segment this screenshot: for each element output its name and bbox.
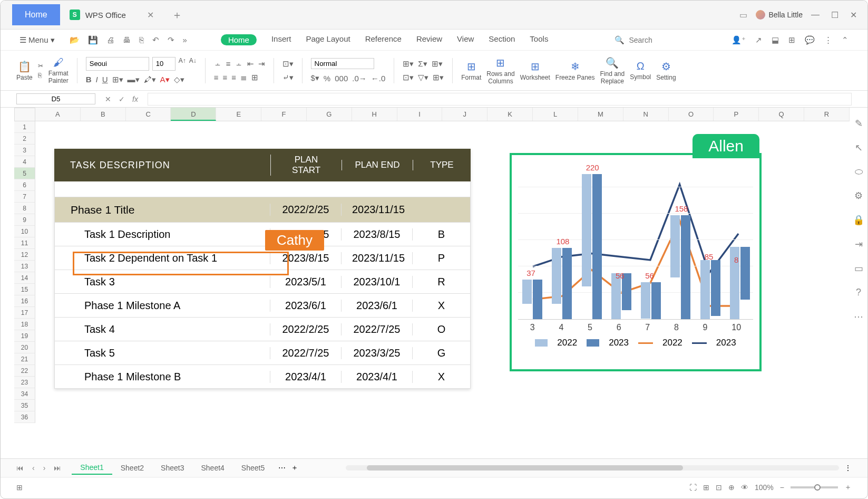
- setting-button[interactable]: ⚙Setting: [656, 60, 676, 81]
- horizontal-scrollbar[interactable]: [346, 465, 839, 471]
- new-tab-button[interactable]: ＋: [172, 8, 182, 22]
- view-full-icon[interactable]: ⛶: [689, 483, 697, 492]
- format-painter-button[interactable]: 🖌 Farmat Painter: [48, 56, 69, 84]
- align-left-icon[interactable]: ≡: [214, 73, 219, 82]
- increase-font-icon[interactable]: A↑: [179, 57, 186, 71]
- more-quick-icon[interactable]: »: [183, 35, 187, 45]
- autosum-icon[interactable]: Σ▾: [418, 59, 427, 69]
- scroll-options-icon[interactable]: ⋮: [844, 464, 852, 472]
- add-sheet-icon[interactable]: ＋: [291, 463, 298, 473]
- view-page-icon[interactable]: ⊡: [716, 483, 722, 492]
- align-right-icon[interactable]: ≡: [231, 73, 236, 82]
- column-headers[interactable]: ABCDEFGHIJKLMNOPQR: [35, 108, 850, 121]
- first-sheet-icon[interactable]: ⏮: [16, 464, 24, 472]
- minimize-icon[interactable]: —: [811, 10, 820, 20]
- increase-indent-icon[interactable]: ⇥: [258, 59, 265, 69]
- table-row[interactable]: Phase 1 Milestone A2023/6/12023/6/1X: [54, 294, 471, 318]
- cancel-formula-icon[interactable]: ✕: [105, 95, 111, 103]
- table-row[interactable]: Task 1 Description2023/2/152023/8/15B: [54, 223, 471, 246]
- prev-sheet-icon[interactable]: ‹: [32, 464, 35, 472]
- zoom-in-icon[interactable]: ＋: [844, 483, 852, 492]
- hamburger-menu[interactable]: ☰ Menu ▾: [19, 35, 55, 45]
- cells-area[interactable]: TASK DESCRIPTION PLAN START PLAN END TYP…: [35, 121, 850, 424]
- view-reading-icon[interactable]: ⊕: [728, 483, 735, 492]
- format-button[interactable]: ⊞Format: [461, 60, 481, 81]
- freeze-panes-button[interactable]: ❄Freeze Panes: [555, 60, 595, 81]
- decrease-decimal-icon[interactable]: ←.0: [371, 74, 386, 83]
- cell-style-icon[interactable]: ⊡▾: [403, 73, 414, 82]
- tab-page-layout[interactable]: Page Layout: [306, 34, 350, 45]
- conditional-icon[interactable]: ⊞▾: [433, 73, 444, 82]
- table-style-icon[interactable]: ⊞▾: [403, 59, 414, 69]
- document-tab[interactable]: S WPS Office ✕: [62, 4, 161, 25]
- close-tab-icon[interactable]: ✕: [147, 10, 154, 20]
- paste-button[interactable]: 📋 Paste: [16, 60, 33, 81]
- lock-icon[interactable]: 🔒: [853, 214, 864, 226]
- number-format-select[interactable]: [311, 58, 374, 69]
- merge-icon[interactable]: ⊡▾: [282, 59, 294, 69]
- sheet-tab-1[interactable]: Sheet1: [72, 461, 112, 475]
- export-icon[interactable]: ⎘: [139, 35, 144, 45]
- currency-icon[interactable]: $▾: [311, 73, 319, 83]
- shape-icon[interactable]: ⬭: [855, 166, 863, 177]
- zoom-level[interactable]: 100%: [755, 483, 774, 492]
- distribute-icon[interactable]: ⊞: [251, 73, 258, 82]
- justify-icon[interactable]: ≣: [240, 73, 247, 82]
- select-all-corner[interactable]: [14, 108, 35, 121]
- app-menu-icon[interactable]: ⊞: [16, 483, 23, 492]
- next-sheet-icon[interactable]: ›: [43, 464, 46, 472]
- comma-icon[interactable]: 000: [335, 74, 348, 83]
- embedded-chart[interactable]: Allen 371082205656158858 345678910 2022 …: [510, 153, 762, 371]
- cloud-icon[interactable]: ⬓: [772, 35, 779, 45]
- print-preview-icon[interactable]: 🖨: [106, 35, 114, 45]
- font-name-select[interactable]: [86, 57, 149, 71]
- open-icon[interactable]: 📂: [70, 35, 80, 45]
- collapse-ribbon-icon[interactable]: ⌃: [842, 35, 849, 45]
- spreadsheet-grid[interactable]: ABCDEFGHIJKLMNOPQR 123456789101112131415…: [1, 108, 867, 424]
- more-icon[interactable]: ⋯: [854, 311, 863, 322]
- filter-icon[interactable]: ▽▾: [418, 73, 428, 82]
- border-icon[interactable]: ⊞▾: [112, 75, 123, 84]
- increase-decimal-icon[interactable]: .0→: [352, 74, 367, 83]
- align-center-icon[interactable]: ≡: [223, 73, 228, 82]
- notifications-icon[interactable]: ⊞: [788, 35, 795, 45]
- cell-reference-input[interactable]: [16, 93, 95, 104]
- percent-icon[interactable]: %: [324, 74, 330, 83]
- formula-input[interactable]: [148, 93, 852, 105]
- font-color-icon[interactable]: A▾: [160, 75, 170, 84]
- font-size-select[interactable]: [152, 57, 175, 71]
- decrease-font-icon[interactable]: A↓: [189, 57, 197, 71]
- copy-icon[interactable]: ⎘: [38, 72, 43, 79]
- cursor-icon[interactable]: ↖: [855, 142, 863, 153]
- fx-icon[interactable]: fx: [132, 95, 138, 103]
- highlight-icon[interactable]: 🖍▾: [144, 75, 156, 84]
- tab-section[interactable]: Section: [489, 34, 515, 45]
- zoom-out-icon[interactable]: −: [780, 483, 784, 492]
- tab-reference[interactable]: Reference: [365, 34, 402, 45]
- last-sheet-icon[interactable]: ⏭: [54, 464, 61, 472]
- tab-insert[interactable]: Insert: [271, 34, 291, 45]
- layout-icon[interactable]: ▭: [739, 10, 747, 20]
- table-row[interactable]: Task 32023/5/12023/10/1R: [54, 270, 471, 294]
- table-row[interactable]: Task 2 Dependent on Task 12023/8/152023/…: [54, 246, 471, 270]
- undo-icon[interactable]: ↶: [152, 35, 159, 45]
- chat-icon[interactable]: 💬: [805, 35, 815, 45]
- row-headers[interactable]: 1234567891011121314151617181920212223343…: [14, 121, 35, 423]
- sheet-list-icon[interactable]: ⋯: [278, 464, 286, 472]
- sheet-tab-3[interactable]: Sheet3: [152, 462, 192, 474]
- panel-icon[interactable]: ▭: [854, 263, 863, 274]
- tab-review[interactable]: Review: [416, 34, 442, 45]
- align-top-icon[interactable]: ⫠: [214, 59, 222, 68]
- table-row[interactable]: Phase 1 Milestone B2023/4/12023/4/1X: [54, 365, 471, 389]
- clear-format-icon[interactable]: ◇▾: [174, 75, 184, 84]
- eye-icon[interactable]: 👁: [741, 483, 748, 492]
- italic-icon[interactable]: I: [96, 75, 98, 84]
- close-window-icon[interactable]: ✕: [850, 10, 857, 20]
- share-user-icon[interactable]: 👤⁺: [732, 35, 746, 45]
- tab-tools[interactable]: Tools: [530, 34, 548, 45]
- fill-color-icon[interactable]: ▬▾: [128, 75, 140, 84]
- save-icon[interactable]: 💾: [88, 35, 98, 45]
- help-icon[interactable]: ?: [856, 287, 861, 298]
- sheet-tab-5[interactable]: Sheet5: [233, 462, 273, 474]
- align-middle-icon[interactable]: ≡: [226, 59, 231, 68]
